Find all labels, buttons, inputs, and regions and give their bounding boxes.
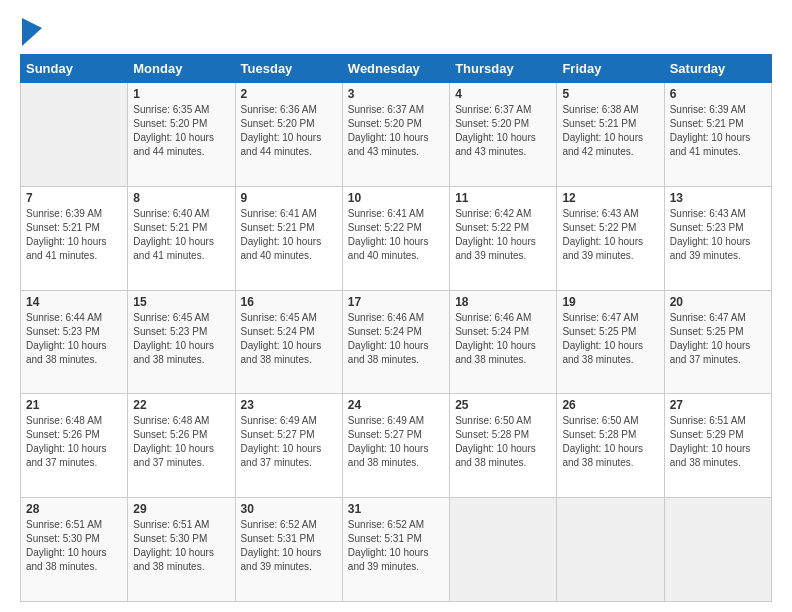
calendar-table: SundayMondayTuesdayWednesdayThursdayFrid… bbox=[20, 54, 772, 602]
calendar-cell: 29Sunrise: 6:51 AM Sunset: 5:30 PM Dayli… bbox=[128, 498, 235, 602]
svg-marker-0 bbox=[22, 18, 42, 46]
day-info: Sunrise: 6:51 AM Sunset: 5:30 PM Dayligh… bbox=[26, 518, 122, 574]
day-number: 25 bbox=[455, 398, 551, 412]
day-header-saturday: Saturday bbox=[664, 55, 771, 83]
day-number: 8 bbox=[133, 191, 229, 205]
calendar-cell: 16Sunrise: 6:45 AM Sunset: 5:24 PM Dayli… bbox=[235, 290, 342, 394]
page: SundayMondayTuesdayWednesdayThursdayFrid… bbox=[0, 0, 792, 612]
day-header-sunday: Sunday bbox=[21, 55, 128, 83]
calendar-cell: 4Sunrise: 6:37 AM Sunset: 5:20 PM Daylig… bbox=[450, 83, 557, 187]
day-info: Sunrise: 6:51 AM Sunset: 5:30 PM Dayligh… bbox=[133, 518, 229, 574]
day-info: Sunrise: 6:52 AM Sunset: 5:31 PM Dayligh… bbox=[348, 518, 444, 574]
day-number: 7 bbox=[26, 191, 122, 205]
calendar-cell: 7Sunrise: 6:39 AM Sunset: 5:21 PM Daylig… bbox=[21, 186, 128, 290]
day-info: Sunrise: 6:48 AM Sunset: 5:26 PM Dayligh… bbox=[26, 414, 122, 470]
day-number: 16 bbox=[241, 295, 337, 309]
day-number: 9 bbox=[241, 191, 337, 205]
day-number: 20 bbox=[670, 295, 766, 309]
calendar-cell: 14Sunrise: 6:44 AM Sunset: 5:23 PM Dayli… bbox=[21, 290, 128, 394]
day-number: 15 bbox=[133, 295, 229, 309]
day-number: 27 bbox=[670, 398, 766, 412]
day-info: Sunrise: 6:39 AM Sunset: 5:21 PM Dayligh… bbox=[26, 207, 122, 263]
day-number: 24 bbox=[348, 398, 444, 412]
header bbox=[20, 18, 772, 46]
calendar-week-4: 28Sunrise: 6:51 AM Sunset: 5:30 PM Dayli… bbox=[21, 498, 772, 602]
day-number: 10 bbox=[348, 191, 444, 205]
calendar-cell: 24Sunrise: 6:49 AM Sunset: 5:27 PM Dayli… bbox=[342, 394, 449, 498]
calendar-cell: 6Sunrise: 6:39 AM Sunset: 5:21 PM Daylig… bbox=[664, 83, 771, 187]
calendar-cell: 20Sunrise: 6:47 AM Sunset: 5:25 PM Dayli… bbox=[664, 290, 771, 394]
day-number: 18 bbox=[455, 295, 551, 309]
day-info: Sunrise: 6:52 AM Sunset: 5:31 PM Dayligh… bbox=[241, 518, 337, 574]
day-number: 22 bbox=[133, 398, 229, 412]
day-number: 1 bbox=[133, 87, 229, 101]
calendar-cell: 9Sunrise: 6:41 AM Sunset: 5:21 PM Daylig… bbox=[235, 186, 342, 290]
calendar-cell: 26Sunrise: 6:50 AM Sunset: 5:28 PM Dayli… bbox=[557, 394, 664, 498]
calendar-header: SundayMondayTuesdayWednesdayThursdayFrid… bbox=[21, 55, 772, 83]
day-number: 26 bbox=[562, 398, 658, 412]
day-info: Sunrise: 6:50 AM Sunset: 5:28 PM Dayligh… bbox=[562, 414, 658, 470]
day-info: Sunrise: 6:49 AM Sunset: 5:27 PM Dayligh… bbox=[348, 414, 444, 470]
day-header-monday: Monday bbox=[128, 55, 235, 83]
day-info: Sunrise: 6:49 AM Sunset: 5:27 PM Dayligh… bbox=[241, 414, 337, 470]
day-number: 19 bbox=[562, 295, 658, 309]
calendar-cell: 8Sunrise: 6:40 AM Sunset: 5:21 PM Daylig… bbox=[128, 186, 235, 290]
day-number: 14 bbox=[26, 295, 122, 309]
day-number: 6 bbox=[670, 87, 766, 101]
calendar-cell bbox=[450, 498, 557, 602]
day-number: 28 bbox=[26, 502, 122, 516]
calendar-cell: 30Sunrise: 6:52 AM Sunset: 5:31 PM Dayli… bbox=[235, 498, 342, 602]
calendar-week-0: 1Sunrise: 6:35 AM Sunset: 5:20 PM Daylig… bbox=[21, 83, 772, 187]
calendar-cell: 31Sunrise: 6:52 AM Sunset: 5:31 PM Dayli… bbox=[342, 498, 449, 602]
day-info: Sunrise: 6:40 AM Sunset: 5:21 PM Dayligh… bbox=[133, 207, 229, 263]
calendar-cell: 19Sunrise: 6:47 AM Sunset: 5:25 PM Dayli… bbox=[557, 290, 664, 394]
day-number: 21 bbox=[26, 398, 122, 412]
day-info: Sunrise: 6:43 AM Sunset: 5:23 PM Dayligh… bbox=[670, 207, 766, 263]
day-info: Sunrise: 6:36 AM Sunset: 5:20 PM Dayligh… bbox=[241, 103, 337, 159]
calendar-cell: 1Sunrise: 6:35 AM Sunset: 5:20 PM Daylig… bbox=[128, 83, 235, 187]
day-number: 11 bbox=[455, 191, 551, 205]
logo bbox=[20, 18, 42, 46]
calendar-week-2: 14Sunrise: 6:44 AM Sunset: 5:23 PM Dayli… bbox=[21, 290, 772, 394]
day-info: Sunrise: 6:44 AM Sunset: 5:23 PM Dayligh… bbox=[26, 311, 122, 367]
days-header-row: SundayMondayTuesdayWednesdayThursdayFrid… bbox=[21, 55, 772, 83]
day-number: 17 bbox=[348, 295, 444, 309]
day-number: 29 bbox=[133, 502, 229, 516]
calendar-cell: 28Sunrise: 6:51 AM Sunset: 5:30 PM Dayli… bbox=[21, 498, 128, 602]
day-info: Sunrise: 6:48 AM Sunset: 5:26 PM Dayligh… bbox=[133, 414, 229, 470]
day-info: Sunrise: 6:35 AM Sunset: 5:20 PM Dayligh… bbox=[133, 103, 229, 159]
day-info: Sunrise: 6:51 AM Sunset: 5:29 PM Dayligh… bbox=[670, 414, 766, 470]
day-info: Sunrise: 6:46 AM Sunset: 5:24 PM Dayligh… bbox=[348, 311, 444, 367]
calendar-cell: 13Sunrise: 6:43 AM Sunset: 5:23 PM Dayli… bbox=[664, 186, 771, 290]
calendar-cell: 22Sunrise: 6:48 AM Sunset: 5:26 PM Dayli… bbox=[128, 394, 235, 498]
day-info: Sunrise: 6:45 AM Sunset: 5:24 PM Dayligh… bbox=[241, 311, 337, 367]
calendar-cell bbox=[557, 498, 664, 602]
day-info: Sunrise: 6:47 AM Sunset: 5:25 PM Dayligh… bbox=[562, 311, 658, 367]
calendar-cell: 5Sunrise: 6:38 AM Sunset: 5:21 PM Daylig… bbox=[557, 83, 664, 187]
day-info: Sunrise: 6:43 AM Sunset: 5:22 PM Dayligh… bbox=[562, 207, 658, 263]
day-info: Sunrise: 6:41 AM Sunset: 5:22 PM Dayligh… bbox=[348, 207, 444, 263]
day-info: Sunrise: 6:39 AM Sunset: 5:21 PM Dayligh… bbox=[670, 103, 766, 159]
calendar-cell: 11Sunrise: 6:42 AM Sunset: 5:22 PM Dayli… bbox=[450, 186, 557, 290]
day-info: Sunrise: 6:41 AM Sunset: 5:21 PM Dayligh… bbox=[241, 207, 337, 263]
day-number: 4 bbox=[455, 87, 551, 101]
calendar-week-3: 21Sunrise: 6:48 AM Sunset: 5:26 PM Dayli… bbox=[21, 394, 772, 498]
day-header-tuesday: Tuesday bbox=[235, 55, 342, 83]
calendar-body: 1Sunrise: 6:35 AM Sunset: 5:20 PM Daylig… bbox=[21, 83, 772, 602]
calendar-cell: 10Sunrise: 6:41 AM Sunset: 5:22 PM Dayli… bbox=[342, 186, 449, 290]
calendar-cell bbox=[21, 83, 128, 187]
logo-icon bbox=[22, 18, 42, 46]
calendar-cell: 3Sunrise: 6:37 AM Sunset: 5:20 PM Daylig… bbox=[342, 83, 449, 187]
calendar-cell: 25Sunrise: 6:50 AM Sunset: 5:28 PM Dayli… bbox=[450, 394, 557, 498]
calendar-cell: 15Sunrise: 6:45 AM Sunset: 5:23 PM Dayli… bbox=[128, 290, 235, 394]
day-number: 13 bbox=[670, 191, 766, 205]
day-info: Sunrise: 6:47 AM Sunset: 5:25 PM Dayligh… bbox=[670, 311, 766, 367]
day-info: Sunrise: 6:45 AM Sunset: 5:23 PM Dayligh… bbox=[133, 311, 229, 367]
calendar-cell: 27Sunrise: 6:51 AM Sunset: 5:29 PM Dayli… bbox=[664, 394, 771, 498]
day-number: 3 bbox=[348, 87, 444, 101]
day-info: Sunrise: 6:50 AM Sunset: 5:28 PM Dayligh… bbox=[455, 414, 551, 470]
calendar-week-1: 7Sunrise: 6:39 AM Sunset: 5:21 PM Daylig… bbox=[21, 186, 772, 290]
day-header-friday: Friday bbox=[557, 55, 664, 83]
calendar-cell: 2Sunrise: 6:36 AM Sunset: 5:20 PM Daylig… bbox=[235, 83, 342, 187]
day-info: Sunrise: 6:46 AM Sunset: 5:24 PM Dayligh… bbox=[455, 311, 551, 367]
